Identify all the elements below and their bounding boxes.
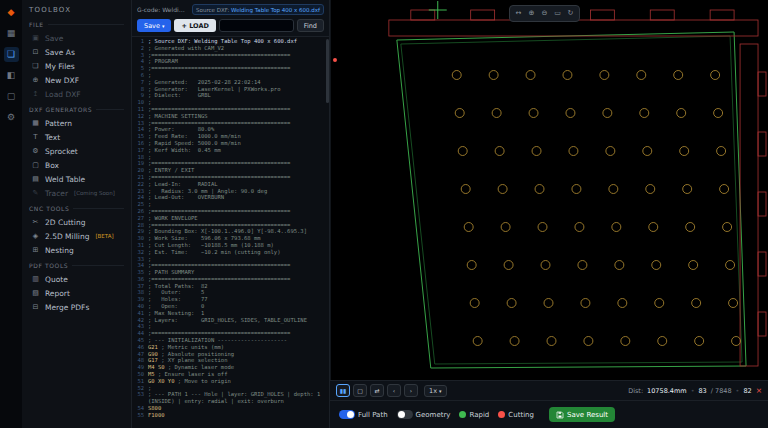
code-line[interactable]: 27; WORK ENVELOPE bbox=[132, 215, 329, 222]
find-button[interactable]: Find bbox=[297, 19, 324, 32]
step-back-button[interactable]: ‹ bbox=[387, 384, 401, 397]
toolbox-item-2d-cutting[interactable]: ✂2D Cutting bbox=[29, 215, 124, 229]
load-button[interactable]: + LOAD bbox=[174, 19, 215, 32]
legend-full-path[interactable]: Full Path bbox=[339, 410, 388, 419]
code-line[interactable]: 28;=====================================… bbox=[132, 222, 329, 229]
code-line[interactable]: 32; Est. Time: ~10.2 min (cutting only) bbox=[132, 249, 329, 256]
code-line[interactable]: 12; MACHINE SETTINGS bbox=[132, 113, 329, 120]
toggle-full-path[interactable] bbox=[339, 410, 355, 419]
loop-button[interactable]: ⇄ bbox=[370, 384, 384, 397]
zoom-out-icon[interactable]: ⊖ bbox=[539, 8, 550, 19]
legend-rapid[interactable]: Rapid bbox=[459, 411, 489, 419]
toolpath-canvas[interactable]: ↔⊕⊖▭↻ bbox=[330, 0, 768, 380]
code-line[interactable]: 34;=====================================… bbox=[132, 262, 329, 269]
code-line[interactable]: 14; Power: 80.0% bbox=[132, 126, 329, 133]
code-line[interactable]: 25; bbox=[132, 201, 329, 208]
toolbox-item-2-5d-milling[interactable]: ◈2.5D Milling[BETA] bbox=[29, 229, 124, 243]
toolbox-item-sprocket[interactable]: ⚙Sprocket bbox=[29, 144, 124, 158]
box-icon[interactable]: ▢ bbox=[4, 89, 19, 104]
code-line[interactable]: 10; bbox=[132, 99, 329, 106]
editor-scrollbar[interactable] bbox=[325, 36, 329, 428]
code-line[interactable]: 42; Layers: GRID_HOLES, SIDES, TABLE_OUT… bbox=[132, 317, 329, 324]
toolbox-item-report[interactable]: ▧Report bbox=[29, 286, 124, 300]
code-line[interactable]: 17; Kerf Width: 0.45 mm bbox=[132, 147, 329, 154]
code-line[interactable]: 11;=====================================… bbox=[132, 106, 329, 113]
code-line[interactable]: 15; Feed Rate: 1000.0 mm/min bbox=[132, 133, 329, 140]
code-line[interactable]: 30; Work Size: 596.06 x 793.68 mm bbox=[132, 235, 329, 242]
code-line[interactable]: 35; PATH SUMMARY bbox=[132, 269, 329, 276]
code-line[interactable]: 44;=====================================… bbox=[132, 330, 329, 337]
toolbox-item-save-as[interactable]: ⊡Save As bbox=[29, 45, 124, 59]
speed-select[interactable]: 1x ▾ bbox=[424, 385, 447, 397]
code-line[interactable]: 4; PROGRAM bbox=[132, 58, 329, 65]
code-line[interactable]: 54S800 bbox=[132, 405, 329, 412]
code-line[interactable]: 1; Source DXF: Welding Table Top 400 x 6… bbox=[132, 38, 329, 45]
stop-button[interactable]: ▢ bbox=[353, 384, 367, 397]
code-line[interactable]: 24; Lead-Out: OVERBURN bbox=[132, 194, 329, 201]
toolbox-item-nesting[interactable]: ⊞Nesting bbox=[29, 243, 124, 257]
zoom-in-icon[interactable]: ⊕ bbox=[526, 8, 537, 19]
code-line[interactable]: 52; bbox=[132, 385, 329, 392]
code-line[interactable]: 38; Outer: 5 bbox=[132, 289, 329, 296]
code-line[interactable]: 5;======================================… bbox=[132, 65, 329, 72]
toolbox-item-my-files[interactable]: ❏My Files bbox=[29, 59, 124, 73]
save-button[interactable]: Save ▾ bbox=[137, 19, 171, 32]
code-line[interactable]: 40; Open: 0 bbox=[132, 303, 329, 310]
legend-geometry[interactable]: Geometry bbox=[397, 410, 451, 419]
code-line[interactable]: 48G17 ; XY plane selection bbox=[132, 357, 329, 364]
reset-view-icon[interactable]: ↻ bbox=[565, 8, 576, 19]
step-forward-button[interactable]: › bbox=[404, 384, 418, 397]
code-line[interactable]: 36;=====================================… bbox=[132, 276, 329, 283]
toolbox-item-new-dxf[interactable]: ⊕New DXF bbox=[29, 73, 124, 87]
toolbox-item-quote[interactable]: ▥Quote bbox=[29, 272, 124, 286]
code-line[interactable]: 31; Cut Length: ~10188.5 mm (10.188 m) bbox=[132, 242, 329, 249]
legend-cutting[interactable]: Cutting bbox=[498, 411, 534, 419]
code-line[interactable]: 46G21 ; Metric units (mm) bbox=[132, 344, 329, 351]
toolbox-item-box[interactable]: ▢Box bbox=[29, 158, 124, 172]
pan-icon[interactable]: ↔ bbox=[513, 8, 524, 19]
scrollbar-thumb[interactable] bbox=[326, 39, 329, 103]
pause-button[interactable]: ▮▮ bbox=[336, 384, 350, 397]
search-input[interactable] bbox=[219, 19, 294, 32]
code-line[interactable]: 13;=====================================… bbox=[132, 120, 329, 127]
code-line[interactable]: 33; bbox=[132, 256, 329, 263]
code-line[interactable]: 21;=====================================… bbox=[132, 174, 329, 181]
toolbox-item-weld-table[interactable]: ▤Weld Table bbox=[29, 172, 124, 186]
code-line[interactable]: 41; Max Nesting: 1 bbox=[132, 310, 329, 317]
code-line[interactable]: 47G90 ; Absolute positioning bbox=[132, 351, 329, 358]
code-line[interactable]: 53; --- PATH 1 --- Hole | layer: GRID_HO… bbox=[132, 391, 329, 405]
toggle-geometry[interactable] bbox=[397, 410, 413, 419]
code-line[interactable]: 43; bbox=[132, 323, 329, 330]
code-line[interactable]: 9; Dialect: GRBL bbox=[132, 92, 329, 99]
dashboard-grid-icon[interactable]: ▦ bbox=[4, 26, 19, 41]
toolbox-item-text[interactable]: TText bbox=[29, 130, 124, 144]
code-line[interactable]: 8; Generator: LaserKernel | PXWorks.pro bbox=[132, 86, 329, 93]
code-line[interactable]: 26;=====================================… bbox=[132, 208, 329, 215]
fit-view-icon[interactable]: ▭ bbox=[552, 8, 563, 19]
code-line[interactable]: 55F1000 bbox=[132, 412, 329, 419]
files-icon[interactable]: ❏ bbox=[4, 47, 19, 62]
close-icon[interactable]: × bbox=[756, 386, 762, 395]
toolbox-item-merge-pdfs[interactable]: ⊟Merge PDFs bbox=[29, 300, 124, 314]
save-result-button[interactable]: Save Result bbox=[549, 407, 615, 422]
source-dxf-badge[interactable]: Source DXF: Welding Table Top 400 x 600.… bbox=[192, 4, 324, 15]
code-line[interactable]: 37; Total Paths: 82 bbox=[132, 283, 329, 290]
code-line[interactable]: 23; Radius: 3.0 mm | Angle: 90.0 deg bbox=[132, 188, 329, 195]
code-line[interactable]: 45; --- INITIALIZATION -----------------… bbox=[132, 337, 329, 344]
code-line[interactable]: 29; Bounding Box: X[-100.1..496.0] Y[-98… bbox=[132, 228, 329, 235]
code-line[interactable]: 6; bbox=[132, 72, 329, 79]
settings-gear-icon[interactable]: ⚙ bbox=[4, 110, 19, 125]
code-line[interactable]: 3;======================================… bbox=[132, 52, 329, 59]
code-line[interactable]: 19;=====================================… bbox=[132, 160, 329, 167]
code-line[interactable]: 7; Generated: 2025-02-28 22:02:14 bbox=[132, 79, 329, 86]
code-line[interactable]: 39; Holes: 77 bbox=[132, 296, 329, 303]
code-line[interactable]: 49M4 S0 ; Dynamic laser mode bbox=[132, 364, 329, 371]
code-line[interactable]: 16; Rapid Speed: 5000.0 mm/min bbox=[132, 140, 329, 147]
code-area[interactable]: 1; Source DXF: Welding Table Top 400 x 6… bbox=[132, 37, 329, 428]
code-line[interactable]: 50M5 ; Ensure laser is off bbox=[132, 371, 329, 378]
code-line[interactable]: 51G0 X0 Y0 ; Move to origin bbox=[132, 378, 329, 385]
layers-icon[interactable]: ◧ bbox=[4, 68, 19, 83]
code-line[interactable]: 18; bbox=[132, 154, 329, 161]
toolbox-item-pattern[interactable]: ▦Pattern bbox=[29, 116, 124, 130]
code-line[interactable]: 20; ENTRY / EXIT bbox=[132, 167, 329, 174]
